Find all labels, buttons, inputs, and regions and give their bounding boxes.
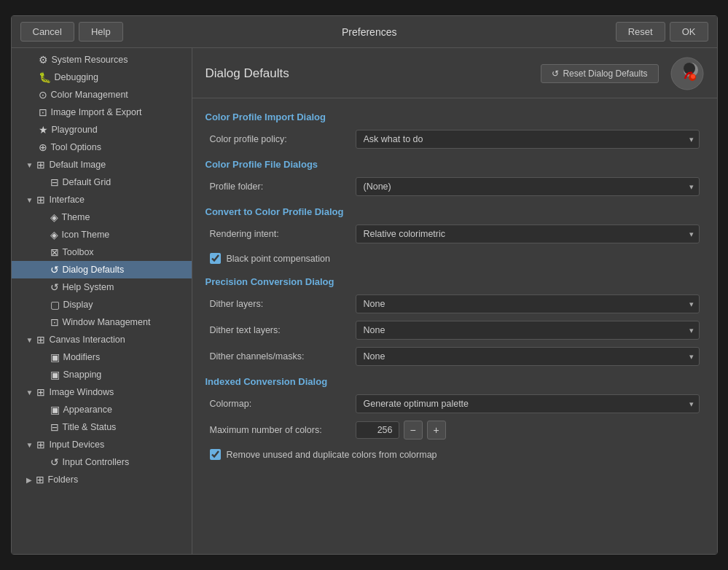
sidebar-item-label: Appearance <box>63 405 112 415</box>
folder-icon: ⊟ <box>50 176 59 188</box>
folder-icon: ⊞ <box>36 194 45 206</box>
select-wrapper-rendering-intent: Relative colorimetric Perceptual Saturat… <box>356 225 700 243</box>
sidebar-item-canvas-interaction[interactable]: ▼⊞Canvas Interaction <box>12 331 192 348</box>
sidebar-item-icon-theme[interactable]: ◈Icon Theme <box>12 226 192 243</box>
select-colormap[interactable]: Generate optimum palette Use web-optimiz… <box>356 394 700 413</box>
main-panel: Dialog Defaults ↺ Reset Dialog Defaults <box>192 48 717 554</box>
arrow-icon: ▼ <box>26 336 34 344</box>
select-dither-text[interactable]: None FS FS low bleed Fixed <box>356 321 700 340</box>
section-indexed-conversion: Indexed Conversion Dialog Colormap: Gene… <box>206 376 704 462</box>
sidebar-item-label: Debugging <box>55 72 98 82</box>
sidebar-item-label: Tool Options <box>51 142 101 152</box>
scrollable-content[interactable]: Color Profile Import Dialog Color profil… <box>192 98 717 554</box>
folder-icon: ⚙ <box>39 54 48 66</box>
sidebar-item-label: Canvas Interaction <box>49 335 125 345</box>
reset-button[interactable]: Reset <box>616 22 665 42</box>
window-title: Preferences <box>129 26 610 38</box>
ok-button[interactable]: OK <box>670 22 708 42</box>
folder-icon: ⊙ <box>39 89 47 101</box>
label-color-profile-policy: Color profile policy: <box>210 134 356 144</box>
sidebar-item-debugging[interactable]: 🐛Debugging <box>12 69 192 86</box>
section-title-convert-color-profile: Convert to Color Profile Dialog <box>206 206 704 217</box>
arrow-icon: ▼ <box>26 389 34 397</box>
sidebar-item-help-system[interactable]: ↺Help System <box>12 278 192 296</box>
sidebar-item-label: Color Management <box>51 90 128 100</box>
arrow-icon: ▼ <box>26 161 34 169</box>
sidebar-item-input-devices[interactable]: ▼⊞Input Devices <box>12 436 192 453</box>
sidebar-item-title-status[interactable]: ⊟Title & Status <box>12 418 192 436</box>
arrow-icon: ▶ <box>26 476 32 484</box>
select-profile-folder[interactable]: (None) <box>356 177 700 196</box>
page-title: Dialog Defaults <box>206 66 289 81</box>
preferences-window: Cancel Help Preferences Reset OK ⚙System… <box>11 15 718 555</box>
sidebar-item-toolbox[interactable]: ⊠Toolbox <box>12 243 192 261</box>
sidebar-item-theme[interactable]: ◈Theme <box>12 208 192 226</box>
section-convert-color-profile: Convert to Color Profile Dialog Renderin… <box>206 206 704 266</box>
sidebar: ⚙System Resources🐛Debugging⊙Color Manage… <box>12 48 192 554</box>
label-profile-folder: Profile folder: <box>210 181 356 192</box>
sidebar-item-display[interactable]: ▢Display <box>12 296 192 313</box>
sidebar-item-label: Snapping <box>63 370 102 380</box>
sidebar-item-default-grid[interactable]: ⊟Default Grid <box>12 173 192 191</box>
spinner-max-colors: − + <box>356 421 446 440</box>
sidebar-item-window-management[interactable]: ⊡Window Management <box>12 313 192 331</box>
select-dither-layers[interactable]: None FS FS low bleed Fixed <box>356 294 700 313</box>
folder-icon: ⊞ <box>36 159 45 171</box>
form-row-dither-channels: Dither channels/masks: None FS FS low bl… <box>206 347 704 366</box>
help-button[interactable]: Help <box>79 22 123 42</box>
folder-icon: ★ <box>39 124 48 136</box>
checkbox-row-black-point: Black point compensation <box>206 251 704 266</box>
select-rendering-intent[interactable]: Relative colorimetric Perceptual Saturat… <box>356 225 700 243</box>
titlebar-left-buttons: Cancel Help <box>20 22 123 42</box>
sidebar-item-tool-options[interactable]: ⊕Tool Options <box>12 138 192 156</box>
folder-icon: ▣ <box>50 404 60 415</box>
checkbox-black-point[interactable] <box>210 253 221 264</box>
cancel-button[interactable]: Cancel <box>20 22 74 42</box>
folder-icon: ▣ <box>50 351 60 363</box>
form-row-dither-layers: Dither layers: None FS FS low bleed Fixe… <box>206 294 704 313</box>
sidebar-item-interface[interactable]: ▼⊞Interface <box>12 191 192 208</box>
select-color-profile-policy[interactable]: Ask what to do Keep embedded profile Con… <box>356 130 700 149</box>
folder-icon: ⊞ <box>36 386 45 398</box>
folder-icon: ⊟ <box>50 421 59 433</box>
sidebar-item-folders[interactable]: ▶⊞Folders <box>12 471 192 488</box>
sidebar-item-appearance[interactable]: ▣Appearance <box>12 401 192 418</box>
content-area: ⚙System Resources🐛Debugging⊙Color Manage… <box>12 48 717 554</box>
folder-icon: ⊡ <box>39 106 47 118</box>
sidebar-item-image-windows[interactable]: ▼⊞Image Windows <box>12 383 192 401</box>
sidebar-item-playground[interactable]: ★Playground <box>12 121 192 138</box>
form-row-max-colors: Maximum number of colors: − + <box>206 421 704 440</box>
select-wrapper-colormap: Generate optimum palette Use web-optimiz… <box>356 394 700 413</box>
sidebar-item-label: Display <box>63 300 93 310</box>
reset-icon: ↺ <box>552 69 559 79</box>
sidebar-item-modifiers[interactable]: ▣Modifiers <box>12 348 192 366</box>
section-title-color-profile-file: Color Profile File Dialogs <box>206 159 704 170</box>
checkbox-remove-unused[interactable] <box>210 449 221 460</box>
sidebar-item-snapping[interactable]: ▣Snapping <box>12 366 192 383</box>
sidebar-item-system-resources[interactable]: ⚙System Resources <box>12 51 192 69</box>
sidebar-item-dialog-defaults[interactable]: ↺Dialog Defaults <box>12 261 192 278</box>
folder-icon: ⊞ <box>36 474 44 485</box>
select-wrapper-color-profile-policy: Ask what to do Keep embedded profile Con… <box>356 130 700 149</box>
decrement-max-colors-button[interactable]: − <box>404 421 423 440</box>
input-max-colors[interactable] <box>356 421 399 439</box>
label-dither-layers: Dither layers: <box>210 299 356 309</box>
select-dither-channels[interactable]: None FS FS low bleed Fixed <box>356 347 700 366</box>
reset-dialog-defaults-button[interactable]: ↺ Reset Dialog Defaults <box>541 64 658 83</box>
sidebar-item-label: Help System <box>63 282 114 292</box>
sidebar-item-default-image[interactable]: ▼⊞Default Image <box>12 156 192 173</box>
section-color-profile-import: Color Profile Import Dialog Color profil… <box>206 112 704 149</box>
svg-point-4 <box>691 74 695 79</box>
titlebar: Cancel Help Preferences Reset OK <box>12 16 717 48</box>
sidebar-item-image-import-export[interactable]: ⊡Image Import & Export <box>12 104 192 121</box>
folder-icon: ▢ <box>50 299 60 311</box>
sidebar-item-label: Icon Theme <box>62 230 110 240</box>
increment-max-colors-button[interactable]: + <box>427 421 446 440</box>
folder-icon: ↺ <box>50 456 59 468</box>
sidebar-item-input-controllers[interactable]: ↺Input Controllers <box>12 453 192 471</box>
label-rendering-intent: Rendering intent: <box>210 229 356 239</box>
titlebar-right-buttons: Reset OK <box>616 22 708 42</box>
sidebar-item-color-management[interactable]: ⊙Color Management <box>12 86 192 104</box>
sidebar-item-label: Playground <box>52 125 98 135</box>
section-title-precision-conversion: Precision Conversion Dialog <box>206 276 704 287</box>
